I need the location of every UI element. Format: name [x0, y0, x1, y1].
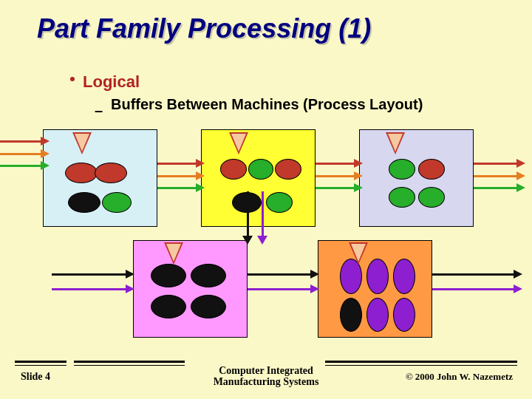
flow-arrow	[0, 165, 41, 167]
slide-number: Slide 4	[21, 371, 50, 383]
part-ellipse	[151, 264, 186, 287]
bullet-dot-icon	[70, 77, 75, 81]
flow-arrow	[262, 191, 264, 236]
diagram-stage	[0, 122, 532, 358]
part-ellipse	[191, 295, 226, 318]
flow-arrow	[316, 163, 354, 165]
part-ellipse	[389, 159, 415, 180]
divider-icon	[74, 365, 185, 366]
flow-arrow	[474, 163, 516, 165]
flow-arrow	[248, 288, 310, 290]
flow-arrow	[52, 288, 126, 290]
buffer-triangle-icon	[386, 132, 405, 154]
flow-arrow	[316, 175, 354, 177]
arrow-head-icon	[257, 236, 267, 245]
part-ellipse	[418, 187, 445, 208]
buffer-triangle-icon	[349, 242, 368, 265]
footer: Slide 4 Computer Integrated Manufacturin…	[15, 361, 517, 392]
divider-icon	[325, 361, 517, 363]
divider-icon	[15, 361, 66, 363]
buffer-triangle-icon	[164, 242, 183, 265]
flow-arrow	[0, 140, 41, 143]
footer-center-line2: Manufacturing Systems	[214, 376, 319, 387]
divider-icon	[325, 365, 517, 366]
part-ellipse	[366, 298, 389, 332]
part-ellipse	[418, 159, 445, 180]
bullet-level-2: Buffers Between Machines (Process Layout…	[111, 96, 423, 113]
part-ellipse	[248, 159, 273, 180]
flow-arrow	[316, 187, 354, 189]
part-ellipse	[366, 259, 389, 294]
part-ellipse	[95, 163, 127, 183]
flow-arrow	[157, 175, 196, 177]
footer-center: Computer Integrated Manufacturing System…	[214, 365, 319, 388]
arrow-head-icon	[196, 171, 205, 180]
slide-title: Part Family Processing (1)	[37, 13, 371, 44]
bullet-level-1: Logical	[83, 72, 140, 92]
footer-center-line1: Computer Integrated	[214, 365, 319, 376]
dash-icon: –	[95, 102, 103, 119]
arrow-head-icon	[196, 183, 205, 192]
flow-arrow	[0, 153, 41, 155]
flow-arrow	[474, 187, 516, 189]
arrow-head-icon	[41, 137, 50, 146]
arrow-head-icon	[516, 159, 525, 168]
flow-arrow	[432, 273, 514, 276]
flow-arrow	[157, 187, 196, 189]
copyright: © 2000 John W. Nazemetz	[406, 371, 513, 383]
part-ellipse	[340, 298, 362, 332]
arrow-head-icon	[516, 171, 525, 180]
arrow-head-icon	[516, 183, 525, 192]
arrow-head-icon	[126, 270, 134, 279]
part-ellipse	[68, 192, 100, 213]
part-ellipse	[389, 187, 415, 208]
part-ellipse	[393, 298, 415, 332]
arrow-head-icon	[514, 270, 522, 279]
arrow-head-icon	[310, 270, 319, 279]
arrow-head-icon	[242, 236, 253, 245]
divider-icon	[15, 365, 66, 366]
flow-arrow	[432, 288, 514, 290]
arrow-head-icon	[354, 159, 363, 168]
buffer-triangle-icon	[72, 132, 92, 154]
arrow-head-icon	[354, 171, 363, 180]
part-ellipse	[102, 192, 132, 213]
arrow-head-icon	[41, 149, 50, 158]
flow-arrow	[52, 273, 126, 276]
arrow-head-icon	[354, 183, 363, 192]
part-ellipse	[393, 259, 415, 294]
part-ellipse	[191, 264, 226, 287]
machine-box-4	[133, 240, 248, 338]
arrow-head-icon	[126, 284, 134, 293]
arrow-head-icon	[310, 284, 319, 293]
machine-box-3	[359, 129, 474, 227]
part-ellipse	[275, 159, 301, 180]
divider-icon	[74, 361, 185, 363]
arrow-head-icon	[41, 161, 50, 170]
part-ellipse	[151, 295, 186, 318]
flow-arrow	[474, 175, 516, 177]
flow-arrow	[248, 273, 310, 276]
part-ellipse	[266, 192, 293, 213]
flow-arrow	[247, 191, 249, 236]
arrow-head-icon	[514, 284, 522, 293]
buffer-triangle-icon	[229, 132, 248, 154]
arrow-head-icon	[196, 159, 205, 168]
part-ellipse	[220, 159, 247, 180]
flow-arrow	[157, 163, 196, 165]
part-ellipse	[65, 163, 98, 183]
